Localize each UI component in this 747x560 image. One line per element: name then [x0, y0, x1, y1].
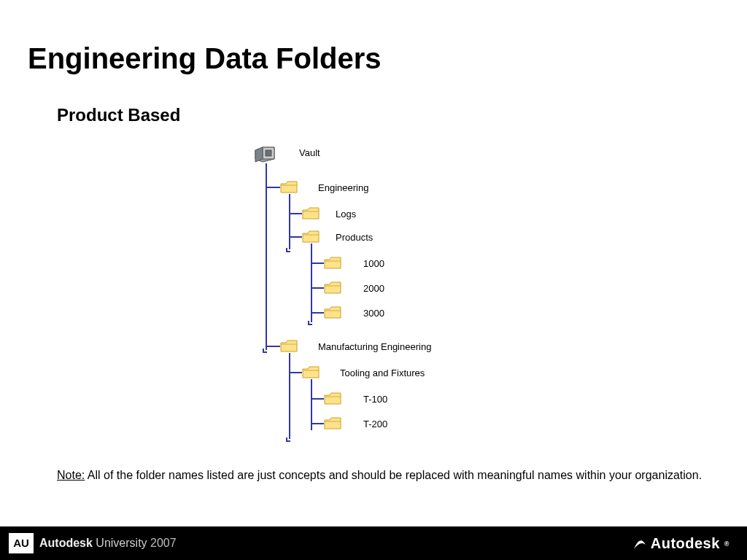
note-body: All of the folder names listed are just … [85, 469, 702, 481]
tree-connector [266, 187, 280, 188]
folder-icon [324, 306, 341, 319]
note-label: Note: [57, 469, 85, 481]
tree-connector [311, 287, 324, 289]
footer-brand: Autodesk [39, 537, 93, 549]
tree-label-t200: T-200 [363, 419, 387, 429]
folder-icon [302, 366, 320, 379]
tree-label-2000: 2000 [363, 283, 384, 294]
tree-label-1000: 1000 [363, 258, 384, 269]
tree-label-vault: Vault [299, 147, 320, 158]
tree-connector [311, 244, 312, 322]
tree-connector [308, 321, 312, 325]
folder-icon [302, 230, 320, 244]
slide-title: Engineering Data Folders [28, 42, 382, 75]
registered-mark: ® [724, 540, 729, 548]
folder-icon [324, 417, 341, 430]
tree-connector [289, 194, 290, 249]
tree-connector [289, 213, 302, 214]
tree-connector [311, 312, 324, 314]
tree-connector [289, 353, 290, 439]
tree-connector [311, 262, 324, 264]
footer-bar: AU Autodesk University 2007 Autodesk® [0, 526, 747, 560]
tree-connector [286, 248, 290, 252]
tree-label-3000: 3000 [363, 308, 384, 319]
tree-label-tooling: Tooling and Fixtures [340, 368, 425, 378]
tree-connector [286, 438, 290, 442]
folder-icon [324, 257, 341, 270]
folder-icon [280, 340, 298, 353]
folder-icon [302, 207, 320, 220]
tree-connector [263, 349, 267, 353]
footer-university: University [93, 537, 150, 549]
tree-label-engineering: Engineering [318, 182, 368, 193]
note-text: Note: All of the folder names listed are… [57, 468, 718, 483]
autodesk-swoosh-icon [633, 537, 646, 551]
autodesk-logo-text: Autodesk [651, 535, 720, 552]
tree-connector [311, 423, 324, 424]
footer-text: Autodesk University 2007 [39, 537, 177, 550]
folder-icon [324, 281, 341, 295]
autodesk-logo: Autodesk® [633, 535, 729, 552]
tree-connector [289, 372, 302, 373]
svg-marker-2 [255, 147, 263, 162]
footer-year: 2007 [150, 537, 177, 549]
tree-connector [311, 398, 324, 400]
tree-label-logs: Logs [336, 209, 356, 219]
folder-tree: Vault Engineering Logs Products [255, 140, 569, 446]
svg-rect-3 [266, 150, 271, 156]
tree-label-t100: T-100 [363, 394, 387, 405]
slide-subtitle: Product Based [57, 105, 180, 125]
folder-icon [280, 181, 298, 194]
vault-icon [254, 143, 277, 163]
au-badge: AU [9, 533, 34, 553]
tree-connector [266, 163, 267, 350]
tree-label-products: Products [336, 232, 373, 243]
tree-label-manufacturing: Manufacturing Engineering [318, 341, 431, 352]
folder-icon [324, 392, 341, 405]
tree-connector [289, 236, 302, 238]
tree-connector [266, 346, 280, 347]
